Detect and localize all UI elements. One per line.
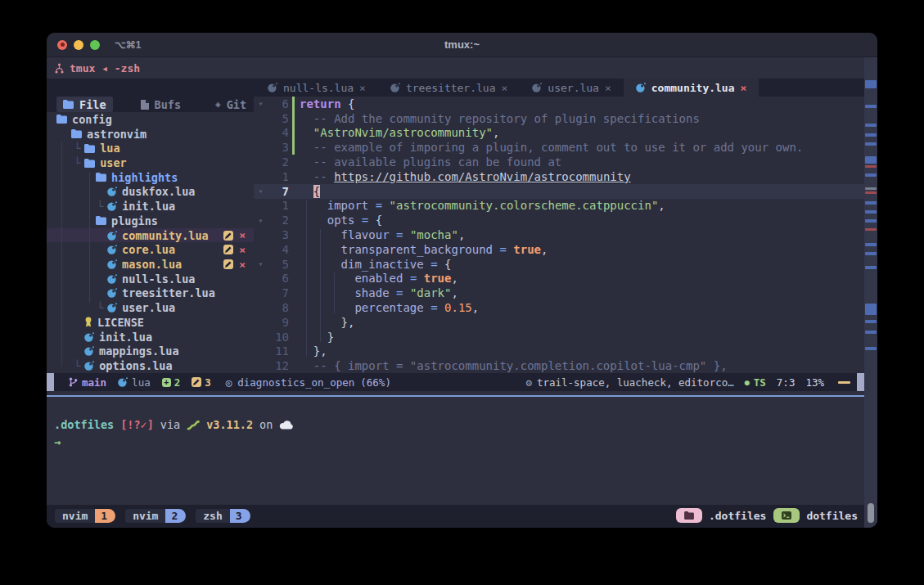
fold-chevron-icon[interactable]: ▾ (254, 216, 268, 225)
scrollbar[interactable] (864, 57, 877, 528)
tree-item-LICENSE[interactable]: LICENSE (47, 315, 254, 330)
tree-item-label: init.lua (99, 331, 152, 344)
tree-item-init-lua[interactable]: └init.lua (47, 199, 254, 214)
code-line[interactable]: 8percentage = 0.15, (254, 300, 864, 315)
fold-chevron-icon[interactable]: ▾ (254, 259, 268, 268)
fold-chevron-icon[interactable]: ▾ (254, 187, 268, 196)
code-line[interactable]: 1-- https://github.com/AstroNvim/astroco… (254, 169, 864, 184)
lua-file-icon (636, 83, 646, 92)
tree-item-config[interactable]: config (47, 112, 254, 127)
code-line[interactable]: 4"AstroNvim/astrocommunity", (254, 126, 864, 141)
tree-item-mappings-lua[interactable]: mappings.lua (47, 344, 254, 359)
code-line[interactable]: 6enabled = true, (254, 272, 864, 286)
lua-file-icon (107, 274, 117, 284)
code-token: -- { import = "astrocommunity.completion… (313, 359, 728, 372)
tmux-status-label: dotfiles (806, 510, 858, 522)
explorer-tab-git[interactable]: ◈ Git (209, 97, 253, 112)
tree-item-label: duskfox.lua (122, 185, 195, 198)
tree-item-lua[interactable]: └lua (47, 141, 254, 155)
gitsign-column (289, 300, 298, 315)
tree-item-user-lua[interactable]: └user.lua (47, 300, 254, 315)
code-line[interactable]: 3-- example of imporing a plugin, commen… (254, 140, 864, 155)
code-line[interactable]: 2-- available plugins can be found at (254, 155, 864, 169)
tree-item-user[interactable]: └user (47, 155, 254, 170)
code-line[interactable]: 12-- { import = "astrocommunity.completi… (254, 358, 864, 373)
prompt-arrow[interactable]: → (54, 435, 864, 448)
code-line[interactable]: 11}, (254, 344, 864, 359)
buffer-tab-community-lua[interactable]: community.lua× (624, 79, 759, 97)
code-token: , (658, 199, 665, 212)
code-text: -- Add the community repository of plugi… (298, 112, 700, 125)
unstaged-badge-icon: × (239, 259, 246, 270)
shell-pane[interactable]: .dotfiles [!?✓] via v3.11.2 on → (47, 397, 864, 505)
tree-indent-guide (61, 142, 62, 367)
line-number: 6 (268, 272, 289, 285)
scrollbar-mark (865, 347, 877, 350)
buffer-tab-user-lua[interactable]: user.lua× (520, 79, 623, 97)
code-token: "dark" (410, 286, 452, 299)
tree-item-treesitter-lua[interactable]: treesitter.lua (47, 286, 254, 301)
fold-chevron-icon[interactable]: ▾ (254, 99, 268, 108)
lua-file-icon (107, 259, 117, 269)
code-line[interactable]: ▾7{ (254, 184, 864, 199)
tab-close-icon[interactable]: × (605, 82, 611, 94)
scrollbar-mark (865, 266, 877, 269)
tree-item-core-lua[interactable]: core.lua × (47, 242, 254, 257)
tmux-window-nvim-2[interactable]: nvim2 (125, 509, 186, 523)
code-line[interactable]: ▾5dim_inactive = { (254, 257, 864, 272)
code-token: 0.15 (444, 301, 472, 314)
code-line[interactable]: 5-- Add the community repository of plug… (254, 111, 864, 126)
tmux-session-line: tmux ◂ -zsh (47, 57, 877, 79)
tree-item-null-ls-lua[interactable]: null-ls.lua (47, 272, 254, 286)
tree-item-astronvim[interactable]: astronvim (47, 127, 254, 142)
code-line[interactable]: 10} (254, 330, 864, 344)
tmux-window-nvim-1[interactable]: nvim1 (55, 509, 115, 523)
code-token: dim_inactive (341, 258, 424, 271)
git-add-icon: + (162, 378, 171, 387)
gitsign-column (289, 111, 298, 126)
tree-guide-glyph: └ (74, 142, 80, 155)
lua-file-icon (107, 201, 117, 211)
buffer-tab-null-ls-lua[interactable]: null-ls.lua× (255, 79, 378, 97)
folder-icon (96, 216, 106, 225)
code-token: = (390, 286, 410, 299)
tree-item-community-lua[interactable]: community.lua × (47, 228, 254, 243)
tree-item-mason-lua[interactable]: mason.lua × (47, 257, 254, 272)
lua-file-icon (107, 231, 117, 241)
lsp-progress-text: diagnostics_on_open (237, 376, 354, 389)
code-token: flavour (341, 228, 390, 241)
tmux-window-zsh-3[interactable]: zsh3 (196, 509, 250, 523)
statusline-right: ⚙ trail-space, luacheck, editorco… ● TS … (525, 376, 850, 389)
code-editor[interactable]: ▾6return {5-- Add the community reposito… (254, 97, 864, 373)
file-tree[interactable]: configastronvim└lua└userhighlightsduskfo… (47, 112, 254, 373)
tab-close-icon[interactable]: × (359, 82, 366, 94)
scrollbar-thumb[interactable] (868, 503, 874, 523)
tree-item-init-lua[interactable]: init.lua (47, 330, 254, 344)
explorer-tab-bufs[interactable]: Bufs (134, 97, 188, 112)
code-line[interactable]: 1import = "astrocommunity.colorscheme.ca… (254, 199, 864, 214)
license-icon (84, 317, 92, 327)
tree-item-duskfox-lua[interactable]: duskfox.lua (47, 185, 254, 200)
code-line[interactable]: 4transparent_background = true, (254, 242, 864, 257)
line-number: 6 (268, 97, 289, 110)
terminal-icon (773, 508, 800, 523)
explorer-tab-file[interactable]: File (56, 97, 113, 112)
buffer-tab-treesitter-lua[interactable]: treesitter.lua× (378, 79, 520, 97)
tree-item-highlights[interactable]: highlights (47, 170, 254, 185)
code-token: transparent_background (341, 243, 493, 256)
code-token: "astrocommunity.colorscheme.catppuccin" (390, 199, 659, 212)
code-line[interactable]: ▾6return { (254, 97, 864, 111)
tree-item-plugins[interactable]: plugins (47, 214, 254, 228)
tab-close-icon[interactable]: × (741, 82, 747, 94)
gitsign-column (289, 315, 298, 330)
lua-file-icon (118, 377, 128, 387)
git-changed-value: 3 (205, 376, 211, 389)
scrollbar-mark (865, 133, 877, 137)
tree-item-options-lua[interactable]: └options.lua (47, 358, 254, 373)
code-line[interactable]: 9}, (254, 315, 864, 330)
buffer-tab-label: user.lua (548, 82, 599, 94)
code-line[interactable]: 7shade = "dark", (254, 286, 864, 300)
code-line[interactable]: 3flavour = "mocha", (254, 227, 864, 242)
code-line[interactable]: ▾2opts = { (254, 213, 864, 227)
tab-close-icon[interactable]: × (502, 82, 508, 94)
